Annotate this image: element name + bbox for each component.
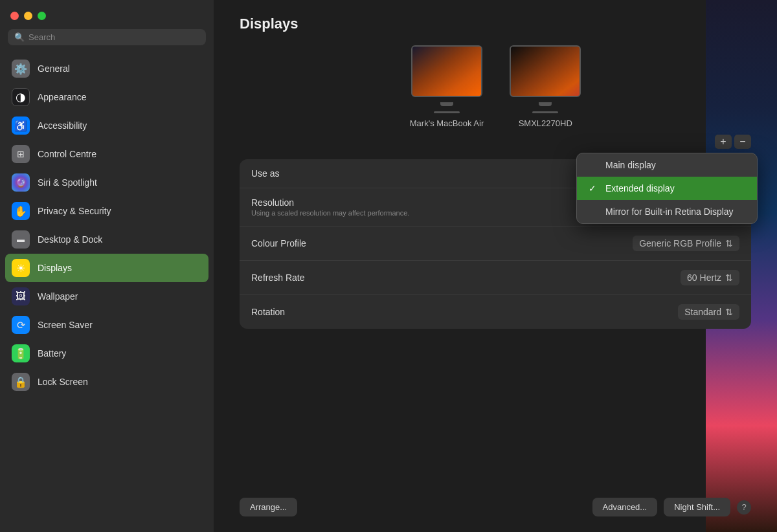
chevron-updown-icon: ⇅ [725, 238, 733, 249]
displays-icon: ☀ [12, 259, 30, 277]
sidebar-item-wallpaper[interactable]: 🖼 Wallpaper [5, 282, 208, 311]
sidebar-item-label: Lock Screen [38, 377, 88, 387]
main-display-checkmark [589, 160, 599, 170]
stepper-icon2: ⇅ [725, 307, 733, 317]
screen-saver-icon: ⟳ [12, 316, 30, 334]
sidebar-item-label: Wallpaper [38, 291, 78, 302]
use-as-dropdown[interactable]: Main display ✓ Extended display Mirror f… [576, 153, 758, 224]
monitor-base [434, 111, 460, 113]
sidebar-item-general[interactable]: ⚙️ General [5, 54, 208, 83]
colour-profile-label: Colour Profile [251, 238, 306, 249]
appearance-icon: ◑ [12, 88, 30, 106]
bottom-buttons: Arrange... Advanced... Night Shift... ? [240, 491, 751, 516]
dropdown-item-main-display[interactable]: Main display [577, 153, 757, 177]
sidebar-item-label: Battery [38, 348, 66, 359]
resolution-label: Resolution [251, 197, 409, 208]
sidebar-item-label: Displays [38, 263, 72, 273]
remove-display-button[interactable]: − [734, 135, 751, 149]
monitors-row: Mark's MacBook Air [240, 45, 751, 128]
dropdown-item-label: Mirror for Built-in Retina Display [605, 206, 734, 217]
add-display-button[interactable]: + [715, 135, 732, 149]
colour-profile-row: Colour Profile Generic RGB Profile ⇅ [240, 227, 751, 261]
sidebar-item-label: General [38, 63, 70, 74]
settings-section: Use as Main display ✓ Extended display M… [240, 159, 751, 329]
use-as-row: Use as Main display ✓ Extended display M… [240, 159, 751, 188]
svg-rect-1 [511, 47, 581, 97]
external-thumb [510, 45, 581, 97]
dropdown-item-mirror[interactable]: Mirror for Built-in Retina Display [577, 200, 757, 223]
sidebar-item-desktop-dock[interactable]: ▬ Desktop & Dock [5, 225, 208, 254]
svg-rect-0 [412, 47, 482, 97]
macbook-name: Mark's MacBook Air [410, 118, 484, 128]
battery-icon: 🔋 [12, 344, 30, 362]
wallpaper-icon: 🖼 [12, 287, 30, 305]
sidebar-item-lock-screen[interactable]: 🔒 Lock Screen [5, 368, 208, 396]
colour-profile-value[interactable]: Generic RGB Profile ⇅ [633, 236, 739, 251]
monitor-base [532, 111, 558, 113]
search-input[interactable] [28, 32, 199, 42]
siri-icon: 🔮 [12, 173, 30, 192]
monitor-stand [440, 102, 453, 106]
stepper-icon: ⇅ [725, 272, 733, 283]
mirror-checkmark [589, 206, 599, 217]
dropdown-item-label: Main display [605, 160, 656, 170]
sidebar-item-label: Privacy & Security [38, 206, 111, 216]
use-as-label: Use as [251, 168, 280, 179]
sidebar-item-siri[interactable]: 🔮 Siri & Spotlight [5, 168, 208, 197]
lock-screen-icon: 🔒 [12, 373, 30, 391]
sidebar-item-battery[interactable]: 🔋 Battery [5, 339, 208, 368]
resolution-sublabel: Using a scaled resolution may affect per… [251, 209, 409, 217]
arrange-button[interactable]: Arrange... [240, 498, 297, 516]
displays-panel: Displays [214, 0, 777, 532]
privacy-icon: ✋ [12, 202, 30, 220]
search-bar[interactable]: 🔍 [8, 29, 206, 45]
sidebar-item-privacy[interactable]: ✋ Privacy & Security [5, 197, 208, 225]
sidebar-item-label: Desktop & Dock [38, 234, 102, 245]
help-button[interactable]: ? [737, 500, 751, 515]
dropdown-item-extended-display[interactable]: ✓ Extended display [577, 177, 757, 200]
refresh-rate-row: Refresh Rate 60 Hertz ⇅ [240, 261, 751, 295]
sidebar-item-label: Appearance [38, 92, 87, 102]
minimize-button[interactable] [24, 12, 32, 20]
night-shift-button[interactable]: Night Shift... [664, 498, 730, 516]
accessibility-icon: ♿ [12, 116, 30, 135]
page-title: Displays [240, 16, 751, 32]
monitor-stand [539, 102, 552, 106]
advanced-button[interactable]: Advanced... [592, 498, 658, 516]
sidebar-item-accessibility[interactable]: ♿ Accessibility [5, 111, 208, 140]
general-icon: ⚙️ [12, 60, 30, 78]
sidebar-item-control-centre[interactable]: ⊞ Control Centre [5, 140, 208, 168]
search-icon: 🔍 [14, 32, 25, 42]
zoom-button[interactable] [38, 12, 46, 20]
sidebar-list: ⚙️ General ◑ Appearance ♿ Accessibility … [0, 52, 214, 532]
traffic-lights [0, 0, 214, 27]
desktop-dock-icon: ▬ [12, 230, 30, 249]
display-controls: + − [240, 135, 751, 149]
monitor-external[interactable]: SMXL2270HD [510, 45, 581, 128]
sidebar: 🔍 ⚙️ General ◑ Appearance ♿ Accessibilit… [0, 0, 214, 532]
main-content: Displays [214, 0, 777, 532]
dropdown-item-label: Extended display [605, 183, 675, 194]
control-centre-icon: ⊞ [12, 145, 30, 163]
close-button[interactable] [10, 12, 19, 20]
sidebar-item-label: Siri & Spotlight [38, 177, 97, 188]
refresh-rate-label: Refresh Rate [251, 272, 304, 283]
sidebar-item-label: Accessibility [38, 120, 87, 131]
sidebar-item-displays[interactable]: ☀ Displays [5, 254, 208, 282]
macbook-thumb [411, 45, 482, 97]
extended-display-checkmark: ✓ [589, 183, 599, 194]
sidebar-item-label: Screen Saver [38, 320, 93, 330]
sidebar-item-appearance[interactable]: ◑ Appearance [5, 83, 208, 111]
monitor-macbook[interactable]: Mark's MacBook Air [410, 45, 484, 128]
external-name: SMXL2270HD [519, 118, 572, 128]
refresh-rate-value[interactable]: 60 Hertz ⇅ [681, 270, 739, 285]
rotation-row: Rotation Standard ⇅ [240, 295, 751, 329]
sidebar-item-label: Control Centre [38, 149, 96, 159]
rotation-label: Rotation [251, 307, 285, 317]
rotation-value[interactable]: Standard ⇅ [678, 304, 739, 320]
sidebar-item-screen-saver[interactable]: ⟳ Screen Saver [5, 311, 208, 339]
